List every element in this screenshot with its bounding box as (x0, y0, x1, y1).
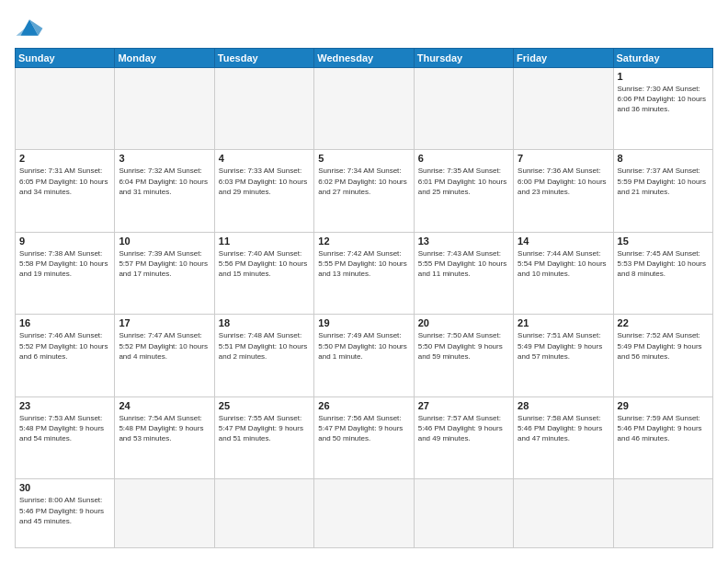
day-number: 12 (318, 236, 409, 247)
day-number: 9 (19, 236, 110, 247)
weekday-header-tuesday: Tuesday (214, 49, 313, 68)
page: SundayMondayTuesdayWednesdayThursdayFrid… (0, 0, 728, 563)
weekday-header-thursday: Thursday (414, 49, 513, 68)
calendar-cell (314, 479, 414, 548)
calendar-cell: 12Sunrise: 7:42 AM Sunset: 5:55 PM Dayli… (314, 232, 414, 314)
calendar-cell: 18Sunrise: 7:48 AM Sunset: 5:51 PM Dayli… (214, 315, 313, 396)
calendar-cell: 1Sunrise: 7:30 AM Sunset: 6:06 PM Daylig… (613, 68, 712, 150)
day-info: Sunrise: 7:53 AM Sunset: 5:48 PM Dayligh… (19, 413, 110, 444)
day-info: Sunrise: 7:42 AM Sunset: 5:55 PM Dayligh… (318, 248, 409, 280)
weekday-header-monday: Monday (115, 49, 214, 68)
calendar-cell: 5Sunrise: 7:34 AM Sunset: 6:02 PM Daylig… (314, 150, 414, 232)
day-number: 19 (318, 317, 409, 328)
day-info: Sunrise: 7:56 AM Sunset: 5:47 PM Dayligh… (318, 413, 409, 444)
day-info: Sunrise: 7:40 AM Sunset: 5:56 PM Dayligh… (219, 248, 310, 280)
calendar-cell: 16Sunrise: 7:46 AM Sunset: 5:52 PM Dayli… (16, 315, 115, 396)
day-info: Sunrise: 7:57 AM Sunset: 5:46 PM Dayligh… (418, 413, 509, 444)
day-number: 7 (518, 153, 609, 164)
day-number: 1 (618, 71, 709, 82)
day-number: 3 (119, 153, 210, 164)
week-row-3: 16Sunrise: 7:46 AM Sunset: 5:52 PM Dayli… (16, 315, 713, 396)
week-row-2: 9Sunrise: 7:38 AM Sunset: 5:58 PM Daylig… (16, 232, 713, 314)
weekday-header-wednesday: Wednesday (314, 49, 414, 68)
day-info: Sunrise: 7:45 AM Sunset: 5:53 PM Dayligh… (618, 248, 709, 280)
calendar-cell (115, 68, 214, 150)
calendar-cell: 15Sunrise: 7:45 AM Sunset: 5:53 PM Dayli… (613, 232, 712, 314)
day-number: 17 (119, 317, 210, 328)
calendar-cell (613, 479, 712, 548)
calendar-cell (414, 479, 513, 548)
day-info: Sunrise: 7:50 AM Sunset: 5:50 PM Dayligh… (418, 330, 509, 362)
weekday-header-saturday: Saturday (613, 49, 712, 68)
calendar-cell: 6Sunrise: 7:35 AM Sunset: 6:01 PM Daylig… (414, 150, 513, 232)
week-row-0: 1Sunrise: 7:30 AM Sunset: 6:06 PM Daylig… (16, 68, 713, 150)
calendar-cell: 22Sunrise: 7:52 AM Sunset: 5:49 PM Dayli… (613, 315, 712, 396)
day-info: Sunrise: 7:43 AM Sunset: 5:55 PM Dayligh… (418, 248, 509, 280)
calendar-cell: 13Sunrise: 7:43 AM Sunset: 5:55 PM Dayli… (414, 232, 513, 314)
calendar-cell: 19Sunrise: 7:49 AM Sunset: 5:50 PM Dayli… (314, 315, 414, 396)
calendar-cell: 4Sunrise: 7:33 AM Sunset: 6:03 PM Daylig… (214, 150, 313, 232)
day-number: 24 (119, 400, 210, 411)
day-info: Sunrise: 7:48 AM Sunset: 5:51 PM Dayligh… (219, 330, 310, 362)
day-info: Sunrise: 7:31 AM Sunset: 6:05 PM Dayligh… (19, 166, 110, 197)
day-number: 27 (418, 400, 509, 411)
weekday-header-sunday: Sunday (16, 49, 115, 68)
calendar-cell: 11Sunrise: 7:40 AM Sunset: 5:56 PM Dayli… (214, 232, 313, 314)
logo (15, 15, 48, 40)
day-info: Sunrise: 8:00 AM Sunset: 5:46 PM Dayligh… (19, 495, 110, 526)
day-info: Sunrise: 7:54 AM Sunset: 5:48 PM Dayligh… (119, 413, 210, 444)
calendar-cell: 27Sunrise: 7:57 AM Sunset: 5:46 PM Dayli… (414, 396, 513, 478)
calendar-cell: 9Sunrise: 7:38 AM Sunset: 5:58 PM Daylig… (16, 232, 115, 314)
calendar-cell (514, 68, 613, 150)
weekday-header-row: SundayMondayTuesdayWednesdayThursdayFrid… (16, 49, 713, 68)
calendar-table: SundayMondayTuesdayWednesdayThursdayFrid… (15, 48, 713, 548)
calendar-cell (414, 68, 513, 150)
day-number: 26 (318, 400, 409, 411)
calendar-cell (314, 68, 414, 150)
day-number: 5 (318, 153, 409, 164)
logo-icon (15, 15, 44, 40)
day-number: 30 (19, 482, 110, 493)
calendar-cell (115, 479, 214, 548)
week-row-4: 23Sunrise: 7:53 AM Sunset: 5:48 PM Dayli… (16, 396, 713, 478)
day-info: Sunrise: 7:30 AM Sunset: 6:06 PM Dayligh… (618, 84, 709, 115)
header (15, 15, 713, 40)
day-info: Sunrise: 7:38 AM Sunset: 5:58 PM Dayligh… (19, 248, 110, 280)
calendar-cell (16, 68, 115, 150)
day-number: 16 (19, 317, 110, 328)
day-number: 13 (418, 236, 509, 247)
day-number: 8 (618, 153, 709, 164)
calendar-cell (214, 68, 313, 150)
calendar-cell: 7Sunrise: 7:36 AM Sunset: 6:00 PM Daylig… (514, 150, 613, 232)
day-info: Sunrise: 7:46 AM Sunset: 5:52 PM Dayligh… (19, 330, 110, 362)
day-number: 29 (618, 400, 709, 411)
day-info: Sunrise: 7:36 AM Sunset: 6:00 PM Dayligh… (518, 166, 609, 197)
day-number: 6 (418, 153, 509, 164)
day-number: 23 (19, 400, 110, 411)
calendar-cell: 21Sunrise: 7:51 AM Sunset: 5:49 PM Dayli… (514, 315, 613, 396)
calendar-cell: 8Sunrise: 7:37 AM Sunset: 5:59 PM Daylig… (613, 150, 712, 232)
day-number: 11 (219, 236, 310, 247)
day-number: 20 (418, 317, 509, 328)
week-row-5: 30Sunrise: 8:00 AM Sunset: 5:46 PM Dayli… (16, 479, 713, 548)
weekday-header-friday: Friday (514, 49, 613, 68)
calendar-cell: 28Sunrise: 7:58 AM Sunset: 5:46 PM Dayli… (514, 396, 613, 478)
day-number: 14 (518, 236, 609, 247)
calendar-cell (214, 479, 313, 548)
day-number: 18 (219, 317, 310, 328)
calendar-cell: 3Sunrise: 7:32 AM Sunset: 6:04 PM Daylig… (115, 150, 214, 232)
calendar-cell: 23Sunrise: 7:53 AM Sunset: 5:48 PM Dayli… (16, 396, 115, 478)
day-info: Sunrise: 7:33 AM Sunset: 6:03 PM Dayligh… (219, 166, 310, 197)
day-number: 22 (618, 317, 709, 328)
week-row-1: 2Sunrise: 7:31 AM Sunset: 6:05 PM Daylig… (16, 150, 713, 232)
calendar-cell: 29Sunrise: 7:59 AM Sunset: 5:46 PM Dayli… (613, 396, 712, 478)
calendar-cell: 30Sunrise: 8:00 AM Sunset: 5:46 PM Dayli… (16, 479, 115, 548)
calendar-cell: 10Sunrise: 7:39 AM Sunset: 5:57 PM Dayli… (115, 232, 214, 314)
day-info: Sunrise: 7:58 AM Sunset: 5:46 PM Dayligh… (518, 413, 609, 444)
day-info: Sunrise: 7:59 AM Sunset: 5:46 PM Dayligh… (618, 413, 709, 444)
calendar-cell: 2Sunrise: 7:31 AM Sunset: 6:05 PM Daylig… (16, 150, 115, 232)
calendar-cell: 17Sunrise: 7:47 AM Sunset: 5:52 PM Dayli… (115, 315, 214, 396)
day-info: Sunrise: 7:37 AM Sunset: 5:59 PM Dayligh… (618, 166, 709, 197)
calendar-cell: 24Sunrise: 7:54 AM Sunset: 5:48 PM Dayli… (115, 396, 214, 478)
calendar-cell: 26Sunrise: 7:56 AM Sunset: 5:47 PM Dayli… (314, 396, 414, 478)
